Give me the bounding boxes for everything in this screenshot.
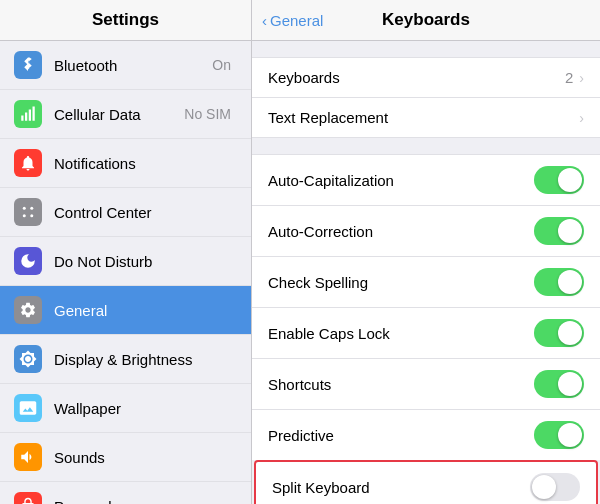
svg-rect-1 (25, 113, 27, 121)
sidebar: Settings Bluetooth On Cellular Data No S… (0, 0, 252, 504)
shortcuts-toggle-knob (558, 372, 582, 396)
bluetooth-icon (14, 51, 42, 79)
sidebar-cellular-value: No SIM (184, 106, 231, 122)
row-shortcuts[interactable]: Shortcuts (252, 358, 600, 409)
svg-rect-0 (21, 116, 23, 121)
auto-correct-label: Auto-Correction (268, 223, 534, 240)
sidebar-wallpaper-label: Wallpaper (54, 400, 237, 417)
auto-cap-label: Auto-Capitalization (268, 172, 534, 189)
text-replacement-label: Text Replacement (268, 109, 579, 126)
row-auto-correct[interactable]: Auto-Correction (252, 205, 600, 256)
sidebar-header: Settings (0, 0, 251, 41)
row-enable-caps[interactable]: Enable Caps Lock (252, 307, 600, 358)
auto-cap-toggle-knob (558, 168, 582, 192)
settings-group-2: Auto-Capitalization Auto-Correction Chec… (252, 154, 600, 504)
svg-rect-3 (33, 107, 35, 121)
sidebar-bluetooth-value: On (212, 57, 231, 73)
notifications-icon (14, 149, 42, 177)
sidebar-passcode-label: Passcode (54, 498, 237, 505)
split-keyboard-toggle-knob (532, 475, 556, 499)
back-chevron-icon: ‹ (262, 12, 267, 29)
content-body: Keyboards 2 › Text Replacement › Auto-Ca… (252, 41, 600, 504)
predictive-toggle[interactable] (534, 421, 584, 449)
content-title: Keyboards (382, 10, 470, 30)
settings-group-1: Keyboards 2 › Text Replacement › (252, 57, 600, 138)
sidebar-title: Settings (92, 10, 159, 29)
wallpaper-icon (14, 394, 42, 422)
sidebar-general-label: General (54, 302, 237, 319)
donotdisturb-icon (14, 247, 42, 275)
back-label: General (270, 12, 323, 29)
sidebar-item-passcode[interactable]: Passcode (0, 482, 251, 504)
auto-correct-toggle-knob (558, 219, 582, 243)
sidebar-control-label: Control Center (54, 204, 237, 221)
sidebar-item-bluetooth[interactable]: Bluetooth On (0, 41, 251, 90)
shortcuts-label: Shortcuts (268, 376, 534, 393)
svg-point-4 (23, 207, 26, 210)
sidebar-item-display[interactable]: Display & Brightness (0, 335, 251, 384)
sidebar-notifications-label: Notifications (54, 155, 237, 172)
svg-point-7 (30, 214, 33, 217)
text-replacement-chevron-icon: › (579, 110, 584, 126)
enable-caps-label: Enable Caps Lock (268, 325, 534, 342)
sidebar-item-wallpaper[interactable]: Wallpaper (0, 384, 251, 433)
enable-caps-toggle[interactable] (534, 319, 584, 347)
enable-caps-toggle-knob (558, 321, 582, 345)
sidebar-item-control[interactable]: Control Center (0, 188, 251, 237)
svg-point-5 (30, 207, 33, 210)
row-check-spelling[interactable]: Check Spelling (252, 256, 600, 307)
split-keyboard-toggle[interactable] (530, 473, 580, 501)
check-spelling-toggle-knob (558, 270, 582, 294)
sidebar-display-label: Display & Brightness (54, 351, 237, 368)
sidebar-donotdisturb-label: Do Not Disturb (54, 253, 237, 270)
keyboards-value: 2 (565, 69, 573, 86)
content-panel: ‹ General Keyboards Keyboards 2 › Text R… (252, 0, 600, 504)
sidebar-item-notifications[interactable]: Notifications (0, 139, 251, 188)
sidebar-item-sounds[interactable]: Sounds (0, 433, 251, 482)
row-text-replacement[interactable]: Text Replacement › (252, 97, 600, 138)
svg-point-6 (23, 214, 26, 217)
keyboards-chevron-icon: › (579, 70, 584, 86)
control-center-icon (14, 198, 42, 226)
sidebar-item-cellular[interactable]: Cellular Data No SIM (0, 90, 251, 139)
check-spelling-toggle[interactable] (534, 268, 584, 296)
row-auto-cap[interactable]: Auto-Capitalization (252, 154, 600, 205)
check-spelling-label: Check Spelling (268, 274, 534, 291)
sidebar-cellular-label: Cellular Data (54, 106, 184, 123)
sidebar-list: Bluetooth On Cellular Data No SIM Notifi… (0, 41, 251, 504)
sidebar-item-donotdisturb[interactable]: Do Not Disturb (0, 237, 251, 286)
sidebar-item-general[interactable]: General (0, 286, 251, 335)
keyboards-label: Keyboards (268, 69, 565, 86)
row-predictive[interactable]: Predictive (252, 409, 600, 460)
svg-rect-2 (29, 110, 31, 121)
sidebar-bluetooth-label: Bluetooth (54, 57, 212, 74)
split-keyboard-label: Split Keyboard (272, 479, 530, 496)
row-split-keyboard[interactable]: Split Keyboard (254, 460, 598, 504)
predictive-toggle-knob (558, 423, 582, 447)
shortcuts-toggle[interactable] (534, 370, 584, 398)
back-button[interactable]: ‹ General (262, 12, 323, 29)
sidebar-sounds-label: Sounds (54, 449, 237, 466)
display-icon (14, 345, 42, 373)
auto-cap-toggle[interactable] (534, 166, 584, 194)
sounds-icon (14, 443, 42, 471)
auto-correct-toggle[interactable] (534, 217, 584, 245)
content-header: ‹ General Keyboards (252, 0, 600, 41)
general-icon (14, 296, 42, 324)
row-keyboards[interactable]: Keyboards 2 › (252, 57, 600, 97)
predictive-label: Predictive (268, 427, 534, 444)
passcode-icon (14, 492, 42, 504)
cellular-icon (14, 100, 42, 128)
